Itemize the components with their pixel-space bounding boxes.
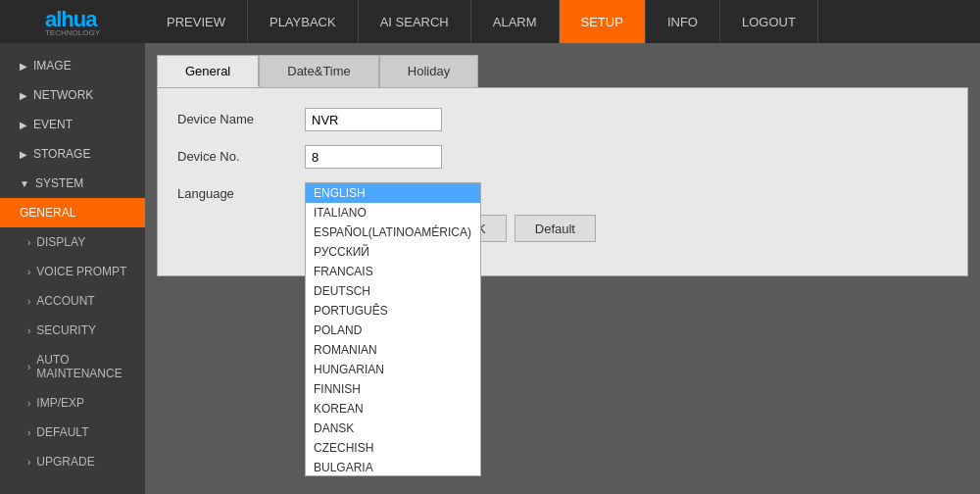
tab-holiday[interactable]: Holiday <box>379 55 478 87</box>
nav-alarm[interactable]: ALARM <box>471 0 560 43</box>
sidebar-label-security: SECURITY <box>36 323 96 337</box>
device-name-label: Device Name <box>177 108 305 126</box>
nav-playback[interactable]: PLAYBACK <box>248 0 359 43</box>
nav-ai-search[interactable]: AI SEARCH <box>359 0 471 43</box>
arrow-icon: ▶ <box>20 149 27 160</box>
sidebar-label-default: DEFAULT <box>36 425 88 439</box>
language-option-13[interactable]: CZECHISH <box>306 438 480 458</box>
arrow-icon: ▼ <box>20 178 29 189</box>
language-option-7[interactable]: POLAND <box>306 321 480 340</box>
sidebar-item-network[interactable]: ▶ NETWORK <box>0 80 145 110</box>
sidebar-label-event: EVENT <box>33 118 73 131</box>
sidebar-item-security[interactable]: › SECURITY <box>0 316 145 345</box>
sidebar-item-storage[interactable]: ▶ STORAGE <box>0 139 145 169</box>
arrow-icon: › <box>27 398 30 409</box>
arrow-icon: › <box>27 457 30 468</box>
sidebar-label-system: SYSTEM <box>35 176 83 190</box>
sidebar-label-general: GENERAL <box>20 206 75 220</box>
arrow-icon: ▶ <box>20 120 27 130</box>
default-button[interactable]: Default <box>514 215 596 242</box>
device-no-row: Device No. <box>177 145 948 169</box>
sidebar-item-general[interactable]: GENERAL <box>0 198 145 227</box>
tab-datetime[interactable]: Date&Time <box>259 55 379 87</box>
logo-sub: TECHNOLOGY <box>45 28 100 37</box>
sidebar-label-account: ACCOUNT <box>36 294 94 308</box>
language-option-4[interactable]: FRANCAIS <box>306 262 480 281</box>
device-no-input[interactable] <box>305 145 442 169</box>
tab-general[interactable]: General <box>157 55 259 87</box>
arrow-icon: › <box>27 427 30 438</box>
language-option-0[interactable]: ENGLISH <box>306 183 480 203</box>
language-list[interactable]: ENGLISHITALIANOESPAÑOL(LATINOAMÉRICA)РУС… <box>305 182 481 476</box>
language-option-12[interactable]: DANSK <box>306 419 480 438</box>
language-option-10[interactable]: FINNISH <box>306 379 480 399</box>
nav-logout[interactable]: LOGOUT <box>720 0 818 43</box>
content-area: General Date&Time Holiday Device Name De… <box>145 43 980 494</box>
arrow-icon: › <box>27 362 30 372</box>
logo-text: alhua <box>45 7 96 31</box>
language-label: Language <box>177 182 305 201</box>
nav-tabs: PREVIEW PLAYBACK AI SEARCH ALARM SETUP I… <box>145 0 818 43</box>
nav-preview[interactable]: PREVIEW <box>145 0 248 43</box>
sidebar-label-storage: STORAGE <box>33 147 90 161</box>
tab-bar: General Date&Time Holiday <box>157 55 968 87</box>
form-panel: Device Name Device No. Language ENGLISHI… <box>157 87 968 276</box>
sidebar: ▶ IMAGE ▶ NETWORK ▶ EVENT ▶ STORAGE ▼ SY… <box>0 43 145 494</box>
language-row: Language ENGLISHITALIANOESPAÑOL(LATINOAM… <box>177 182 948 201</box>
sidebar-item-account[interactable]: › ACCOUNT <box>0 286 145 316</box>
sidebar-label-network: NETWORK <box>33 88 93 102</box>
sidebar-label-image: IMAGE <box>33 59 72 73</box>
device-name-input[interactable] <box>305 108 442 131</box>
language-option-2[interactable]: ESPAÑOL(LATINOAMÉRICA) <box>306 222 480 242</box>
language-option-6[interactable]: PORTUGUÊS <box>306 301 480 321</box>
language-option-3[interactable]: РУССКИЙ <box>306 242 480 262</box>
language-option-5[interactable]: DEUTSCH <box>306 281 480 301</box>
sidebar-item-image[interactable]: ▶ IMAGE <box>0 51 145 80</box>
language-option-8[interactable]: ROMANIAN <box>306 340 480 360</box>
sidebar-item-auto-maintenance[interactable]: › AUTO MAINTENANCE <box>0 345 145 388</box>
sidebar-label-display: DISPLAY <box>36 235 85 249</box>
language-option-1[interactable]: ITALIANO <box>306 203 480 222</box>
arrow-icon: ▶ <box>20 90 27 101</box>
device-name-row: Device Name <box>177 108 948 131</box>
language-option-14[interactable]: BULGARIA <box>306 458 480 476</box>
arrow-icon: ▶ <box>20 61 27 72</box>
sidebar-label-imp-exp: IMP/EXP <box>36 396 84 410</box>
nav-info[interactable]: INFO <box>646 0 720 43</box>
nav-setup[interactable]: SETUP <box>560 0 646 43</box>
logo: alhua TECHNOLOGY <box>0 0 145 43</box>
sidebar-label-voice-prompt: VOICE PROMPT <box>36 265 126 278</box>
sidebar-item-system[interactable]: ▼ SYSTEM <box>0 169 145 198</box>
sidebar-item-voice-prompt[interactable]: › VOICE PROMPT <box>0 257 145 286</box>
sidebar-item-upgrade[interactable]: › UPGRADE <box>0 447 145 476</box>
sidebar-label-upgrade: UPGRADE <box>36 455 94 469</box>
language-option-9[interactable]: HUNGARIAN <box>306 360 480 379</box>
sidebar-item-display[interactable]: › DISPLAY <box>0 227 145 257</box>
arrow-icon: › <box>27 267 30 277</box>
language-option-11[interactable]: KOREAN <box>306 399 480 419</box>
arrow-icon: › <box>27 296 30 307</box>
arrow-icon: › <box>27 325 30 336</box>
device-no-label: Device No. <box>177 145 305 164</box>
sidebar-item-imp-exp[interactable]: › IMP/EXP <box>0 388 145 418</box>
arrow-icon: › <box>27 237 30 248</box>
sidebar-label-auto-maintenance: AUTO MAINTENANCE <box>36 353 133 380</box>
sidebar-item-event[interactable]: ▶ EVENT <box>0 110 145 139</box>
sidebar-item-default[interactable]: › DEFAULT <box>0 418 145 447</box>
